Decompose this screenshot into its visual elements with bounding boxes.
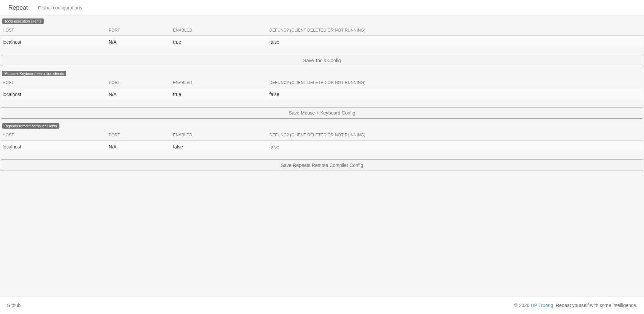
cell-host: localhost [1,36,107,48]
cell-port: N/A [107,36,171,48]
table-row[interactable]: localhost N/A true false [1,36,643,48]
col-header-port: PORT [107,78,171,88]
col-header-enabled: ENABLED [171,130,267,140]
cell-port: N/A [107,88,171,100]
col-header-defunc: DEFUNC? (CLIENT DELETED OR NOT RUNNING) [267,25,643,36]
badge-repeats-compiler-clients: Repeats remote compiler clients [2,123,59,129]
table-row[interactable]: localhost N/A true false [1,88,643,100]
cell-enabled: true [171,88,267,100]
footer-author-link[interactable]: HP Truong [531,303,553,308]
cell-port: N/A [107,140,171,153]
footer-copyright-prefix: © 2020 [514,303,531,308]
nav-global-configurations[interactable]: Global configurations [33,5,87,10]
col-header-host: HOST [1,78,107,88]
table-tools-clients: HOST PORT ENABLED DEFUNC? (CLIENT DELETE… [1,25,643,48]
badge-tools-clients: Tools execution clients [2,18,44,24]
table-header-row: HOST PORT ENABLED DEFUNC? (CLIENT DELETE… [1,78,643,88]
footer: Github © 2020 HP Truong, Repeat yourself… [0,296,644,314]
cell-enabled: true [171,36,267,48]
cell-defunc: false [267,36,643,48]
col-header-port: PORT [107,130,171,140]
table-repeats-compiler-clients: HOST PORT ENABLED DEFUNC? (CLIENT DELETE… [1,130,643,153]
cell-defunc: false [267,140,643,153]
col-header-enabled: ENABLED [171,78,267,88]
table-header-row: HOST PORT ENABLED DEFUNC? (CLIENT DELETE… [1,130,643,140]
col-header-defunc: DEFUNC? (CLIENT DELETED OR NOT RUNNING) [267,78,643,88]
footer-github-link[interactable]: Github [7,303,20,308]
navbar-brand[interactable]: Repeat [5,4,33,11]
save-mouse-keyboard-config-button[interactable]: Save Mouse + Keyboard Config [1,107,643,119]
table-header-row: HOST PORT ENABLED DEFUNC? (CLIENT DELETE… [1,25,643,36]
table-row[interactable]: localhost N/A false false [1,140,643,153]
footer-copyright: © 2020 HP Truong, Repeat yourself with s… [514,303,638,308]
cell-enabled: false [171,140,267,153]
table-mouse-keyboard-clients: HOST PORT ENABLED DEFUNC? (CLIENT DELETE… [1,78,643,100]
footer-copyright-suffix: , Repeat yourself with some intelligence… [553,303,637,308]
cell-defunc: false [267,88,643,100]
save-repeats-compiler-config-button[interactable]: Save Repeats Remote Compiler Config [1,160,643,171]
badge-mouse-keyboard-clients: Mouse + Keyboard execution clients [2,71,66,76]
col-header-port: PORT [107,25,171,36]
main-content: Tools execution clients HOST PORT ENABLE… [0,16,644,296]
col-header-host: HOST [1,130,107,140]
col-header-enabled: ENABLED [171,25,267,36]
col-header-defunc: DEFUNC? (CLIENT DELETED OR NOT RUNNING) [267,130,643,140]
cell-host: localhost [1,140,107,153]
navbar: Repeat Global configurations [0,0,644,16]
col-header-host: HOST [1,25,107,36]
save-tools-config-button[interactable]: Save Tools Config [1,55,643,66]
cell-host: localhost [1,88,107,100]
